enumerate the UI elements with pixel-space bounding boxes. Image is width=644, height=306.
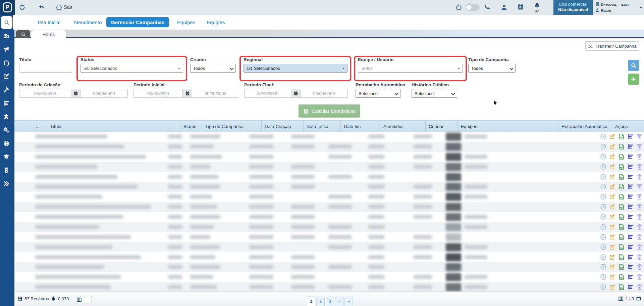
row-action-trash-icon[interactable] bbox=[636, 143, 643, 150]
column-header-Equipes[interactable]: Equipes bbox=[458, 121, 558, 132]
regional-dropdown[interactable]: 1/1 Selecionados bbox=[244, 64, 347, 73]
row-action-pdf-icon[interactable]: PDF bbox=[618, 234, 625, 240]
row-action-chart-bars-icon[interactable] bbox=[627, 133, 634, 140]
sidebar-item-user-search[interactable] bbox=[3, 33, 10, 39]
periodo-inicial-to-input[interactable] bbox=[192, 89, 239, 98]
row-action-edit-action-icon[interactable] bbox=[609, 183, 615, 190]
page-button-3[interactable]: 3 bbox=[326, 297, 334, 306]
row-action-edit-action-icon[interactable] bbox=[609, 193, 615, 200]
row-action-play-icon[interactable] bbox=[600, 284, 606, 290]
row-action-play-icon[interactable] bbox=[600, 154, 606, 160]
droplet-icon[interactable] bbox=[534, 2, 540, 8]
transferir-campanha-button[interactable]: Transferir Campanha bbox=[585, 41, 639, 51]
sidebar-item-chevrons[interactable] bbox=[3, 180, 10, 187]
sidebar-item-hammer[interactable] bbox=[3, 86, 10, 93]
row-action-play-icon[interactable] bbox=[600, 174, 606, 180]
titulo-input[interactable] bbox=[19, 64, 72, 73]
row-action-play-icon[interactable] bbox=[600, 133, 606, 140]
logout-power-icon[interactable] bbox=[56, 4, 62, 11]
row-action-pdf-icon[interactable]: PDF bbox=[618, 204, 625, 210]
historico-select[interactable]: Selecione bbox=[412, 89, 457, 98]
account-menu[interactable]: Daycoval - teste Renan bbox=[594, 0, 644, 15]
calendar-icon[interactable] bbox=[517, 3, 524, 10]
column-header-Status[interactable]: Status bbox=[180, 121, 202, 132]
row-action-play-icon[interactable] bbox=[600, 204, 606, 210]
row-action-play-icon[interactable] bbox=[600, 244, 606, 250]
table-row[interactable]: PDF bbox=[14, 162, 644, 172]
row-action-edit-action-icon[interactable] bbox=[609, 174, 615, 180]
app-logo[interactable]: P bbox=[0, 0, 15, 15]
column-header-Tipo de Campanha[interactable]: Tipo de Campanha bbox=[202, 121, 262, 132]
sidebar-item-megaphone[interactable] bbox=[3, 46, 10, 53]
row-action-trash-icon[interactable] bbox=[636, 214, 643, 220]
row-action-chart-bars-icon[interactable] bbox=[627, 154, 634, 160]
table-row[interactable]: PDF bbox=[14, 242, 644, 252]
periodo-criacao-calendar-button[interactable] bbox=[71, 89, 80, 98]
row-action-chart-bars-icon[interactable] bbox=[627, 183, 634, 190]
row-action-trash-icon[interactable] bbox=[636, 234, 643, 240]
retrabalho-select[interactable]: Selecione bbox=[356, 89, 400, 98]
maximize-icon[interactable] bbox=[636, 296, 641, 301]
column-header-Título[interactable]: Título bbox=[47, 121, 180, 132]
row-action-play-icon[interactable] bbox=[600, 193, 606, 200]
row-action-pdf-icon[interactable]: PDF bbox=[618, 214, 625, 220]
row-action-pdf-icon[interactable]: PDF bbox=[618, 154, 625, 160]
row-action-chart-bars-icon[interactable] bbox=[627, 264, 634, 270]
filter-search-tab[interactable] bbox=[16, 30, 30, 38]
table-row[interactable]: PDF bbox=[14, 172, 644, 182]
row-action-chart-bars-icon[interactable] bbox=[627, 274, 634, 280]
phone-icon[interactable] bbox=[484, 4, 491, 11]
row-action-pdf-icon[interactable]: PDF bbox=[618, 224, 625, 230]
row-action-chart-bars-icon[interactable] bbox=[627, 284, 634, 290]
table-row[interactable]: PDF bbox=[14, 132, 644, 142]
row-action-pdf-icon[interactable]: PDF bbox=[618, 284, 625, 290]
row-action-chart-bars-icon[interactable] bbox=[627, 193, 634, 200]
row-action-edit-action-icon[interactable] bbox=[609, 214, 615, 220]
periodo-inicial-from-input[interactable] bbox=[133, 89, 183, 98]
column-header-Data Início[interactable]: Data Início bbox=[304, 121, 341, 132]
equipe-usuario-dropdown[interactable]: Todos bbox=[358, 64, 463, 73]
column-header-Data Criação[interactable]: Data Criação bbox=[262, 121, 304, 132]
row-action-chart-bars-icon[interactable] bbox=[627, 214, 634, 220]
page-button-›[interactable]: › bbox=[335, 297, 343, 306]
row-action-pdf-icon[interactable]: PDF bbox=[618, 274, 625, 280]
row-action-trash-icon[interactable] bbox=[636, 244, 643, 250]
row-action-trash-icon[interactable] bbox=[636, 154, 643, 160]
row-action-edit-action-icon[interactable] bbox=[609, 164, 615, 170]
row-action-pdf-icon[interactable]: PDF bbox=[618, 164, 625, 170]
row-action-chart-bars-icon[interactable] bbox=[627, 234, 634, 240]
row-action-trash-icon[interactable] bbox=[636, 174, 643, 180]
sidebar-item-gears[interactable] bbox=[3, 127, 10, 133]
columns-icon[interactable] bbox=[618, 296, 624, 301]
row-action-pdf-icon[interactable]: PDF bbox=[618, 254, 625, 260]
table-row[interactable]: PDF bbox=[14, 252, 644, 262]
row-action-play-icon[interactable] bbox=[600, 214, 606, 220]
table-row[interactable]: PDF bbox=[14, 222, 644, 232]
page-size-box[interactable] bbox=[84, 296, 92, 303]
logout-label[interactable]: Sair bbox=[64, 4, 72, 10]
tab-tela-inicial-0[interactable]: Tela Inicial bbox=[32, 17, 65, 27]
row-action-play-icon[interactable] bbox=[600, 224, 606, 230]
status-dropdown[interactable]: 5/5 Selecionados bbox=[80, 64, 183, 73]
table-row[interactable]: PDF bbox=[14, 152, 644, 162]
table-row[interactable]: PDF bbox=[14, 212, 644, 222]
row-action-edit-action-icon[interactable] bbox=[609, 154, 615, 160]
table-row[interactable]: PDF bbox=[14, 272, 644, 282]
table-row[interactable]: PDF bbox=[14, 142, 644, 152]
row-action-pdf-icon[interactable]: PDF bbox=[618, 133, 625, 140]
row-action-trash-icon[interactable] bbox=[636, 284, 643, 290]
apply-filters-search-button[interactable] bbox=[628, 60, 639, 71]
column-header-Retrabalho Automático[interactable]: Retrabalho Automático bbox=[558, 121, 612, 132]
undo-icon[interactable] bbox=[38, 4, 45, 11]
sidebar-item-search[interactable] bbox=[1, 16, 12, 29]
row-action-chart-bars-icon[interactable] bbox=[627, 204, 634, 210]
user-icon[interactable] bbox=[501, 4, 507, 11]
periodo-criacao-from-input[interactable] bbox=[19, 89, 71, 98]
row-action-edit-action-icon[interactable] bbox=[609, 234, 615, 240]
tab-atendimento-1[interactable]: Atendimento bbox=[69, 17, 106, 27]
save-disk-icon[interactable] bbox=[17, 296, 22, 301]
sidebar-item-edit[interactable] bbox=[3, 73, 10, 80]
row-action-chart-bars-icon[interactable] bbox=[627, 244, 634, 250]
row-action-pdf-icon[interactable]: PDF bbox=[618, 244, 625, 250]
table-row[interactable]: PDF bbox=[14, 192, 644, 202]
